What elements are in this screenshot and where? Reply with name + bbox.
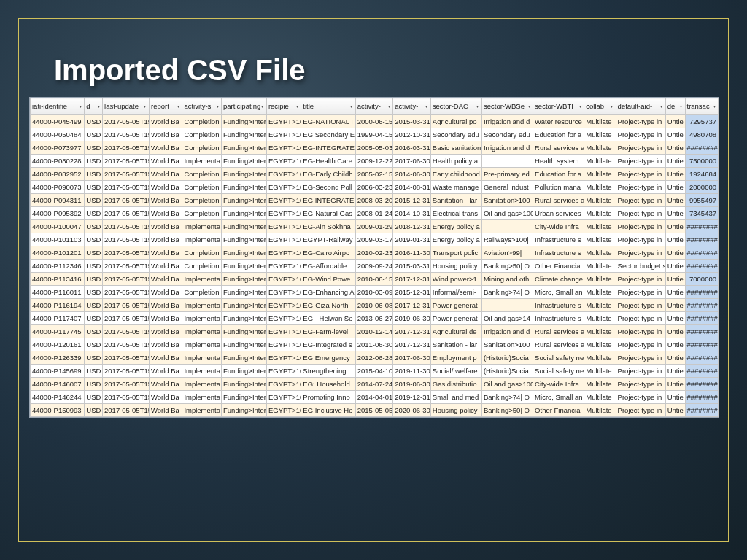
table-cell[interactable]: Untie — [665, 246, 685, 260]
table-cell[interactable]: World Ba — [149, 181, 182, 194]
table-cell[interactable]: 1999-04-15 — [355, 128, 393, 141]
table-cell[interactable]: 2017-05-05T15: — [103, 391, 150, 404]
table-cell[interactable]: 2019-06-30 — [393, 378, 431, 391]
table-cell[interactable]: 44000-P045499 — [31, 115, 85, 128]
table-cell[interactable]: Project-type in — [616, 194, 665, 207]
table-cell[interactable]: EGYPT>10 — [266, 351, 301, 365]
table-cell[interactable]: Rural services a — [533, 194, 584, 207]
table-cell[interactable]: Mining and oth — [481, 273, 533, 286]
table-cell[interactable]: Completion — [182, 128, 222, 141]
table-cell[interactable]: USD — [85, 207, 103, 220]
table-cell[interactable]: USD — [85, 115, 103, 128]
table-cell[interactable]: Project-type in — [616, 299, 665, 312]
table-cell[interactable]: EGYPT>10 — [266, 246, 301, 260]
table-cell[interactable]: EG - Helwan So — [301, 312, 355, 325]
table-cell[interactable]: 44000-P117407 — [31, 312, 85, 325]
table-cell[interactable]: EGYPT>10 — [266, 391, 301, 404]
table-cell[interactable]: Implementa — [182, 299, 222, 312]
table-cell[interactable]: 2017-06-30 — [393, 351, 431, 365]
table-cell[interactable]: 2017-05-05T15: — [103, 207, 150, 220]
table-cell[interactable]: (Historic)Socia — [481, 365, 533, 378]
table-cell[interactable]: EGYPT>10 — [266, 128, 301, 141]
table-cell[interactable]: 2017-05-05T15: — [103, 404, 150, 417]
table-cell[interactable]: Multilate — [584, 128, 616, 141]
table-cell[interactable]: Untie — [665, 273, 685, 286]
table-cell[interactable]: ######## — [685, 246, 719, 260]
table-cell[interactable]: (Historic)Socia — [481, 351, 533, 365]
table-cell[interactable]: 2017-05-05T15: — [103, 286, 150, 299]
table-cell[interactable]: 2010-12-14 — [355, 325, 393, 338]
table-cell[interactable]: Funding>Intern — [222, 155, 267, 168]
table-cell[interactable]: 44000-P116011 — [31, 286, 85, 299]
table-cell[interactable]: Funding>Intern — [222, 391, 267, 404]
table-cell[interactable]: 2017-12-31 — [393, 273, 431, 286]
table-cell[interactable]: World Ba — [149, 365, 182, 378]
table-cell[interactable]: Multilate — [584, 207, 616, 220]
table-cell[interactable]: 44000-P090073 — [31, 181, 85, 194]
table-cell[interactable]: EG-Giza North — [301, 299, 355, 312]
table-cell[interactable]: Waste manage — [430, 181, 481, 194]
table-cell[interactable]: Completion — [182, 141, 222, 155]
table-cell[interactable]: Strengthening — [301, 365, 355, 378]
table-cell[interactable]: 2017-05-05T15: — [103, 365, 150, 378]
table-cell[interactable]: 2017-12-31 — [393, 338, 431, 351]
table-cell[interactable]: World Ba — [149, 141, 182, 155]
table-cell[interactable]: USD — [85, 181, 103, 194]
table-cell[interactable]: Funding>Intern — [222, 312, 267, 325]
table-cell[interactable]: Funding>Intern — [222, 365, 267, 378]
table-cell[interactable]: Multilate — [584, 286, 616, 299]
table-cell[interactable]: Sanitation - lar — [430, 194, 481, 207]
table-cell[interactable]: EGYPT>10 — [266, 312, 301, 325]
table-cell[interactable]: 2017-05-05T15: — [103, 378, 150, 391]
table-cell[interactable]: Project-type in — [616, 168, 665, 181]
table-cell[interactable]: Project-type in — [616, 325, 665, 338]
table-cell[interactable]: ######## — [685, 220, 719, 233]
table-cell[interactable]: 2012-10-31 — [393, 128, 431, 141]
table-cell[interactable]: Project-type in — [616, 220, 665, 233]
table-cell[interactable]: World Ba — [149, 260, 182, 273]
table-cell[interactable]: Banking>50| O — [481, 260, 533, 273]
table-cell[interactable]: ######## — [685, 351, 719, 365]
table-cell[interactable]: Completion — [182, 115, 222, 128]
table-cell[interactable]: 2017-12-31 — [393, 299, 431, 312]
table-cell[interactable]: Implementa — [182, 351, 222, 365]
table-cell[interactable]: ######## — [685, 260, 719, 273]
table-cell[interactable]: EG-Affordable — [301, 260, 355, 273]
table-cell[interactable]: 2014-10-31 — [393, 207, 431, 220]
table-cell[interactable]: 2011-06-30 — [355, 338, 393, 351]
table-cell[interactable]: Rural services a — [533, 338, 584, 351]
table-cell[interactable]: Implementa — [182, 220, 222, 233]
table-cell[interactable]: 44000-P150993 — [31, 404, 85, 417]
table-cell[interactable]: Untie — [665, 299, 685, 312]
table-cell[interactable]: Housing policy — [430, 404, 481, 417]
table-cell[interactable]: ######## — [685, 299, 719, 312]
table-cell[interactable]: Funding>Intern — [222, 299, 267, 312]
filter-dropdown-icon[interactable]: ▾ — [711, 103, 717, 110]
table-cell[interactable]: 44000-P101201 — [31, 246, 85, 260]
table-cell[interactable]: 44000-P145699 — [31, 365, 85, 378]
table-cell[interactable]: EGYPT>10 — [266, 233, 301, 246]
column-header[interactable]: activity-s▾ — [182, 98, 222, 115]
table-cell[interactable]: 2016-11-30 — [393, 246, 431, 260]
table-cell[interactable]: 2017-05-05T15: — [103, 299, 150, 312]
table-cell[interactable]: Climate change — [533, 273, 584, 286]
table-cell[interactable]: EG-NATIONAL I — [301, 115, 355, 128]
table-cell[interactable]: Multilate — [584, 181, 616, 194]
table-cell[interactable]: 44000-P146007 — [31, 378, 85, 391]
table-cell[interactable]: Multilate — [584, 378, 616, 391]
table-cell[interactable]: Sector budget s — [616, 260, 665, 273]
table-cell[interactable]: 7000000 — [685, 273, 719, 286]
table-cell[interactable]: World Ba — [149, 233, 182, 246]
table-cell[interactable]: Completion — [182, 194, 222, 207]
table-cell[interactable]: Social/ welfare — [430, 365, 481, 378]
table-cell[interactable]: EG Emergency — [301, 351, 355, 365]
filter-dropdown-icon[interactable]: ▾ — [475, 103, 481, 110]
table-cell[interactable]: Housing policy — [430, 260, 481, 273]
table-cell[interactable]: EG-Second Poll — [301, 181, 355, 194]
table-cell[interactable]: Project-type in — [616, 128, 665, 141]
table-cell[interactable]: 2008-03-20 — [355, 194, 393, 207]
table-cell[interactable]: Funding>Intern — [222, 338, 267, 351]
table-cell[interactable]: Implementa — [182, 325, 222, 338]
table-cell[interactable]: Other Financia — [533, 260, 584, 273]
table-cell[interactable]: Oil and gas>14 — [481, 312, 533, 325]
